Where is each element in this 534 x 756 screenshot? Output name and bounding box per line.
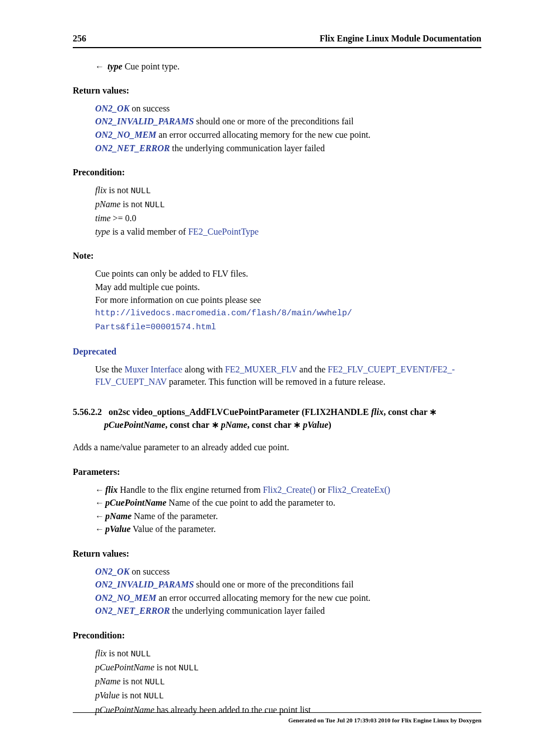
retval-desc: on success	[132, 567, 170, 576]
sig-param: pName	[221, 420, 247, 430]
precond-text: >= 0.0	[111, 213, 137, 223]
heading-deprecated[interactable]: Deprecated	[73, 346, 481, 358]
retval-key: ON2_NO_MEM	[95, 593, 156, 603]
note-line: Cue points can only be added to FLV file…	[95, 268, 481, 280]
param-row: ←pName Name of the parameter.	[95, 510, 481, 522]
param-link[interactable]: Flix2_CreateEx()	[327, 485, 390, 494]
arrow-icon: ←	[95, 484, 105, 496]
dep-link-muxer[interactable]: Muxer Interface	[124, 365, 182, 374]
retval-key: ON2_INVALID_PARAMS	[95, 580, 194, 589]
heading-precondition-1: Precondition:	[73, 166, 481, 179]
note-line: For more information on cue points pleas…	[95, 294, 481, 319]
param-desc: Value of the parameter.	[133, 524, 216, 534]
arrow-icon: ←	[95, 60, 105, 73]
precond-line: pCuePointName is not NULL	[95, 661, 481, 674]
retval-key: ON2_NO_MEM	[95, 130, 156, 139]
sig-param: pValue	[303, 420, 328, 430]
precond-text: is not	[120, 690, 144, 700]
arrow-icon: ←	[95, 510, 105, 522]
footer-text: Generated on Tue Jul 20 17:39:03 2010 fo…	[73, 716, 481, 725]
precond-var: time	[95, 213, 111, 223]
precond-line: pName is not NULL	[95, 675, 481, 688]
precond-null: NULL	[131, 186, 151, 196]
param-row: ←pValue Value of the parameter.	[95, 523, 481, 535]
dep-text: parameter. This function will be removed…	[167, 377, 386, 386]
sig-param: flix	[371, 407, 383, 417]
retval-key: ON2_INVALID_PARAMS	[95, 116, 194, 126]
param-name: pValue	[105, 524, 130, 534]
param-link[interactable]: Flix2_Create()	[263, 485, 316, 494]
heading-return-values-2: Return values:	[73, 548, 481, 560]
param-name: pName	[105, 511, 132, 521]
retval-key: ON2_NET_ERROR	[95, 606, 170, 615]
header-rule-bot	[73, 48, 481, 48]
precond-var: pCuePointName	[95, 662, 154, 672]
return-values-block-2: ON2_OK on success ON2_INVALID_PARAMS sho…	[95, 566, 481, 617]
retval-desc: the underlying communication layer faile…	[172, 606, 325, 615]
precond-text: is not	[154, 662, 179, 672]
retval-row: ON2_INVALID_PARAMS should one or more of…	[95, 115, 481, 128]
retval-row: ON2_OK on success	[95, 102, 481, 115]
param-desc: Name of the parameter.	[134, 511, 218, 521]
param-row: ←flix Handle to the flix engine returned…	[95, 484, 481, 496]
note-url-cont[interactable]: Parts&file=00001574.html	[95, 323, 216, 332]
param-text: or	[316, 485, 327, 494]
precond-var: flix	[95, 185, 106, 195]
note-line: May add multiple cue points.	[95, 281, 481, 293]
param-name: flix	[105, 485, 118, 494]
dep-text: and the	[297, 365, 328, 374]
precond-null: NULL	[144, 678, 165, 687]
retval-row: ON2_NET_ERROR the underlying communicati…	[95, 142, 481, 155]
sig-text: , const char ∗	[247, 420, 303, 430]
precond-var: type	[95, 227, 110, 236]
retval-row: ON2_NO_MEM an error occurred allocating …	[95, 129, 481, 141]
note-url[interactable]: http://livedocs.macromedia.com/flash/8/m…	[95, 309, 352, 318]
retval-key: ON2_NET_ERROR	[95, 143, 170, 153]
parameters-block: ←flix Handle to the flix engine returned…	[95, 484, 481, 535]
precond-text: is a valid member of	[110, 227, 189, 236]
retval-desc: should one or more of the preconditions …	[196, 116, 353, 126]
heading-parameters: Parameters:	[73, 466, 481, 478]
precond-line: flix is not NULL	[95, 647, 481, 660]
heading-note: Note:	[73, 250, 481, 262]
precond-var: pName	[95, 199, 120, 209]
sig-text: , const char ∗	[383, 407, 437, 417]
dep-text: along with	[182, 365, 225, 374]
precond-text: is not	[120, 199, 144, 209]
deprecated-block: Use the Muxer Interface along with FE2_M…	[95, 363, 481, 388]
dep-link-cuept-event[interactable]: FE2_FLV_CUEPT_EVENT	[328, 365, 430, 374]
retval-row: ON2_INVALID_PARAMS should one or more of…	[95, 578, 481, 591]
retval-key: ON2_OK	[95, 567, 129, 576]
retval-key: ON2_OK	[95, 104, 129, 113]
retval-desc: on success	[132, 104, 170, 113]
section-5-56-2-2: 5.56.2.2 on2sc video_options_AddFLVCuePo…	[73, 405, 481, 431]
precond-link[interactable]: FE2_CuePointType	[188, 227, 259, 236]
precond-text: is not	[106, 648, 130, 658]
note-text: For more information on cue points pleas…	[95, 295, 261, 305]
dep-link-muxerflv[interactable]: FE2_MUXER_FLV	[225, 365, 297, 374]
param-row: ←pCuePointName Name of the cue point to …	[95, 497, 481, 509]
param-desc: Name of the cue point to add the paramet…	[168, 498, 335, 507]
retval-row: ON2_NO_MEM an error occurred allocating …	[95, 592, 481, 604]
precond-line: pName is not NULL	[95, 198, 481, 211]
sig-text: on2sc video_options_AddFLVCuePointParame…	[109, 407, 371, 417]
retval-desc: should one or more of the preconditions …	[196, 580, 353, 589]
heading-precondition-2: Precondition:	[73, 629, 481, 642]
precond-line: flix is not NULL	[95, 184, 481, 197]
dep-link-fe2[interactable]: FE2_-	[433, 365, 455, 374]
precond-null: NULL	[131, 650, 151, 659]
dep-link-cuept-nav[interactable]: FLV_CUEPT_NAV	[95, 377, 167, 386]
precond-null: NULL	[179, 664, 199, 673]
sig-text: )	[329, 420, 331, 430]
param-name: type	[107, 62, 123, 71]
page-footer: Generated on Tue Jul 20 17:39:03 2010 fo…	[73, 708, 481, 725]
sig-text: , const char ∗	[165, 420, 221, 430]
param-name: pCuePointName	[105, 498, 166, 507]
retval-desc: an error occurred allocating memory for …	[158, 130, 371, 139]
precond-var: flix	[95, 648, 106, 658]
precond-line: pValue is not NULL	[95, 689, 481, 702]
precond-line: time >= 0.0	[95, 212, 481, 225]
param-type: ← type Cue point type.	[95, 60, 481, 73]
note-line: Parts&file=00001574.html	[95, 320, 481, 333]
retval-row: ON2_NET_ERROR the underlying communicati…	[95, 605, 481, 617]
